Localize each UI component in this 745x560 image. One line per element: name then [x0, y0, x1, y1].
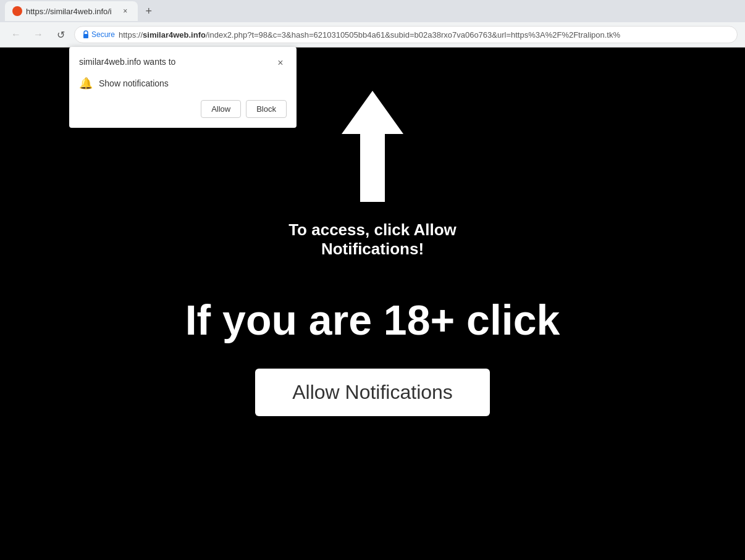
reload-button[interactable]: ↺ — [52, 26, 69, 43]
access-text: To access, click AllowNotifications! — [288, 220, 457, 259]
tab-favicon — [12, 6, 22, 16]
popup-notification-row: 🔔 Show notifications — [79, 77, 287, 90]
popup-buttons: Allow Block — [79, 100, 287, 118]
svg-marker-1 — [342, 91, 403, 202]
url-bar[interactable]: Secure https://similar4web.info/index2.p… — [74, 26, 738, 43]
browser-chrome: https://similar4web.info/i × + ← → ↺ Sec… — [0, 0, 745, 48]
url-host: similar4web.info — [143, 30, 206, 40]
popup-header: similar4web.info wants to × — [79, 57, 287, 69]
url-prefix: https:// — [119, 30, 143, 40]
popup-close-button[interactable]: × — [274, 57, 287, 69]
allow-button[interactable]: Allow — [201, 100, 241, 118]
secure-icon: Secure — [82, 30, 115, 39]
active-tab[interactable]: https://similar4web.info/i × — [5, 1, 138, 21]
bell-icon: 🔔 — [79, 77, 93, 90]
forward-button[interactable]: → — [30, 26, 47, 43]
tab-title: https://similar4web.info/i — [26, 7, 112, 16]
popup-notification-text: Show notifications — [99, 78, 169, 88]
notification-popup: similar4web.info wants to × 🔔 Show notif… — [69, 47, 297, 128]
age-text: If you are 18+ click — [185, 296, 560, 344]
address-bar: ← → ↺ Secure https://similar4web.info/in… — [0, 22, 745, 47]
tab-close-button[interactable]: × — [120, 6, 130, 16]
arrow-up-icon — [335, 85, 410, 208]
new-tab-button[interactable]: + — [140, 2, 158, 20]
allow-notifications-button[interactable]: Allow Notifications — [255, 369, 490, 416]
secure-label: Secure — [91, 30, 115, 39]
svg-rect-0 — [83, 34, 88, 38]
tab-bar: https://similar4web.info/i × + — [0, 0, 745, 22]
url-text: https://similar4web.info/index2.php?t=98… — [119, 30, 620, 40]
back-button[interactable]: ← — [7, 26, 25, 43]
popup-title: similar4web.info wants to — [79, 57, 175, 67]
block-button[interactable]: Block — [246, 100, 287, 118]
url-path: /index2.php?t=98&c=3&hash=6210310505bb4a… — [206, 30, 620, 40]
